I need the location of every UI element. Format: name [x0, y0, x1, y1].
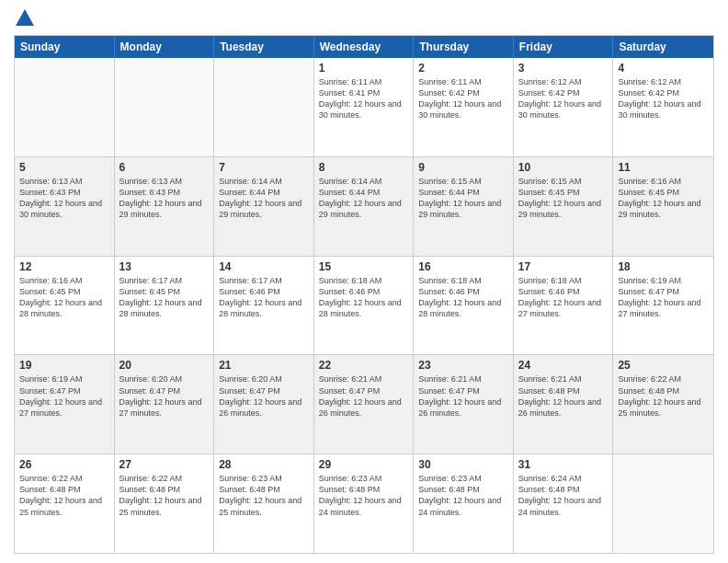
cell-info: Sunrise: 6:22 AMSunset: 6:48 PMDaylight:… [618, 373, 709, 419]
calendar-cell [115, 58, 215, 156]
day-number: 14 [219, 260, 309, 273]
day-number: 31 [518, 458, 609, 471]
day-number: 8 [319, 161, 409, 174]
cell-info: Sunrise: 6:20 AMSunset: 6:47 PMDaylight:… [219, 373, 309, 419]
day-number: 6 [119, 161, 210, 174]
day-number: 17 [518, 260, 609, 273]
cell-info: Sunrise: 6:18 AMSunset: 6:46 PMDaylight:… [319, 275, 409, 320]
day-number: 23 [418, 359, 508, 372]
calendar-cell: 21Sunrise: 6:20 AMSunset: 6:47 PMDayligh… [214, 355, 314, 454]
calendar-cell: 9Sunrise: 6:15 AMSunset: 6:44 PMDaylight… [414, 157, 514, 256]
cell-info: Sunrise: 6:15 AMSunset: 6:45 PMDaylight:… [518, 176, 609, 221]
calendar-row: 1Sunrise: 6:11 AMSunset: 6:41 PMDaylight… [15, 58, 713, 156]
calendar-cell: 16Sunrise: 6:18 AMSunset: 6:46 PMDayligh… [414, 257, 514, 355]
calendar-cell: 20Sunrise: 6:20 AMSunset: 6:47 PMDayligh… [115, 355, 215, 454]
header-day: Saturday [613, 36, 713, 58]
page: SundayMondayTuesdayWednesdayThursdayFrid… [0, 0, 728, 563]
cell-info: Sunrise: 6:16 AMSunset: 6:45 PMDaylight:… [618, 176, 709, 221]
cell-info: Sunrise: 6:21 AMSunset: 6:47 PMDaylight:… [319, 373, 409, 419]
calendar-cell [15, 58, 115, 156]
cell-info: Sunrise: 6:11 AMSunset: 6:42 PMDaylight:… [418, 76, 508, 121]
day-number: 12 [19, 260, 109, 273]
cell-info: Sunrise: 6:23 AMSunset: 6:48 PMDaylight:… [219, 473, 309, 518]
calendar-row: 12Sunrise: 6:16 AMSunset: 6:45 PMDayligh… [15, 256, 713, 355]
day-number: 21 [219, 359, 309, 372]
logo-triangle-icon [16, 9, 34, 26]
calendar-row: 5Sunrise: 6:13 AMSunset: 6:43 PMDaylight… [15, 156, 713, 256]
day-number: 13 [119, 260, 210, 273]
logo-text [14, 9, 34, 28]
day-number: 20 [119, 359, 210, 372]
day-number: 7 [219, 161, 309, 174]
calendar-cell: 17Sunrise: 6:18 AMSunset: 6:46 PMDayligh… [514, 257, 614, 355]
cell-info: Sunrise: 6:24 AMSunset: 6:48 PMDaylight:… [518, 473, 609, 518]
calendar-cell: 1Sunrise: 6:11 AMSunset: 6:41 PMDaylight… [314, 58, 415, 156]
calendar-cell: 29Sunrise: 6:23 AMSunset: 6:48 PMDayligh… [314, 454, 415, 553]
calendar-cell: 2Sunrise: 6:11 AMSunset: 6:42 PMDaylight… [414, 58, 514, 156]
day-number: 9 [418, 161, 508, 174]
calendar-cell: 18Sunrise: 6:19 AMSunset: 6:47 PMDayligh… [613, 257, 713, 355]
cell-info: Sunrise: 6:12 AMSunset: 6:42 PMDaylight:… [518, 76, 609, 121]
cell-info: Sunrise: 6:22 AMSunset: 6:48 PMDaylight:… [19, 473, 109, 518]
calendar-cell: 25Sunrise: 6:22 AMSunset: 6:48 PMDayligh… [613, 355, 713, 454]
day-number: 27 [119, 458, 210, 471]
cell-info: Sunrise: 6:17 AMSunset: 6:46 PMDaylight:… [219, 275, 309, 320]
cell-info: Sunrise: 6:19 AMSunset: 6:47 PMDaylight:… [618, 275, 709, 320]
day-number: 24 [518, 359, 609, 372]
calendar-cell: 27Sunrise: 6:22 AMSunset: 6:48 PMDayligh… [115, 454, 215, 553]
day-number: 28 [219, 458, 309, 471]
calendar-cell: 12Sunrise: 6:16 AMSunset: 6:45 PMDayligh… [15, 257, 115, 355]
day-number: 19 [19, 359, 109, 372]
cell-info: Sunrise: 6:21 AMSunset: 6:48 PMDaylight:… [518, 373, 609, 419]
day-number: 5 [19, 161, 109, 174]
calendar-cell: 24Sunrise: 6:21 AMSunset: 6:48 PMDayligh… [514, 355, 614, 454]
day-number: 4 [618, 62, 709, 75]
day-number: 16 [418, 260, 508, 273]
calendar-cell: 7Sunrise: 6:14 AMSunset: 6:44 PMDaylight… [214, 157, 314, 256]
cell-info: Sunrise: 6:11 AMSunset: 6:41 PMDaylight:… [319, 76, 409, 121]
cell-info: Sunrise: 6:12 AMSunset: 6:42 PMDaylight:… [618, 76, 709, 121]
cell-info: Sunrise: 6:19 AMSunset: 6:47 PMDaylight:… [19, 373, 109, 419]
cell-info: Sunrise: 6:13 AMSunset: 6:43 PMDaylight:… [119, 176, 210, 221]
cell-info: Sunrise: 6:15 AMSunset: 6:44 PMDaylight:… [418, 176, 508, 221]
header-day: Friday [514, 36, 614, 58]
day-number: 22 [319, 359, 409, 372]
calendar-cell: 23Sunrise: 6:21 AMSunset: 6:47 PMDayligh… [414, 355, 514, 454]
header [14, 9, 714, 28]
calendar-cell: 28Sunrise: 6:23 AMSunset: 6:48 PMDayligh… [214, 454, 314, 553]
cell-info: Sunrise: 6:14 AMSunset: 6:44 PMDaylight:… [219, 176, 309, 221]
day-number: 1 [319, 62, 409, 75]
calendar-cell: 22Sunrise: 6:21 AMSunset: 6:47 PMDayligh… [314, 355, 415, 454]
cell-info: Sunrise: 6:18 AMSunset: 6:46 PMDaylight:… [418, 275, 508, 320]
calendar-cell: 5Sunrise: 6:13 AMSunset: 6:43 PMDaylight… [15, 157, 115, 256]
day-number: 29 [319, 458, 409, 471]
calendar-body: 1Sunrise: 6:11 AMSunset: 6:41 PMDaylight… [15, 58, 713, 553]
cell-info: Sunrise: 6:18 AMSunset: 6:46 PMDaylight:… [518, 275, 609, 320]
calendar-cell: 10Sunrise: 6:15 AMSunset: 6:45 PMDayligh… [514, 157, 614, 256]
calendar-cell: 11Sunrise: 6:16 AMSunset: 6:45 PMDayligh… [613, 157, 713, 256]
calendar-cell: 3Sunrise: 6:12 AMSunset: 6:42 PMDaylight… [514, 58, 614, 156]
calendar-cell: 26Sunrise: 6:22 AMSunset: 6:48 PMDayligh… [15, 454, 115, 553]
calendar-cell: 13Sunrise: 6:17 AMSunset: 6:45 PMDayligh… [115, 257, 215, 355]
logo [14, 9, 34, 28]
cell-info: Sunrise: 6:16 AMSunset: 6:45 PMDaylight:… [19, 275, 109, 320]
calendar-header: SundayMondayTuesdayWednesdayThursdayFrid… [15, 36, 713, 58]
day-number: 3 [518, 62, 609, 75]
cell-info: Sunrise: 6:14 AMSunset: 6:44 PMDaylight:… [319, 176, 409, 221]
day-number: 11 [618, 161, 709, 174]
day-number: 10 [518, 161, 609, 174]
calendar-row: 26Sunrise: 6:22 AMSunset: 6:48 PMDayligh… [15, 454, 713, 553]
cell-info: Sunrise: 6:13 AMSunset: 6:43 PMDaylight:… [19, 176, 109, 221]
cell-info: Sunrise: 6:20 AMSunset: 6:47 PMDaylight:… [119, 373, 210, 419]
day-number: 15 [319, 260, 409, 273]
day-number: 25 [618, 359, 709, 372]
header-day: Thursday [414, 36, 514, 58]
cell-info: Sunrise: 6:17 AMSunset: 6:45 PMDaylight:… [119, 275, 210, 320]
header-day: Tuesday [214, 36, 314, 58]
calendar-cell [613, 454, 713, 553]
header-day: Sunday [15, 36, 115, 58]
cell-info: Sunrise: 6:21 AMSunset: 6:47 PMDaylight:… [418, 373, 508, 419]
calendar-cell: 15Sunrise: 6:18 AMSunset: 6:46 PMDayligh… [314, 257, 415, 355]
cell-info: Sunrise: 6:22 AMSunset: 6:48 PMDaylight:… [119, 473, 210, 518]
calendar: SundayMondayTuesdayWednesdayThursdayFrid… [14, 35, 714, 554]
